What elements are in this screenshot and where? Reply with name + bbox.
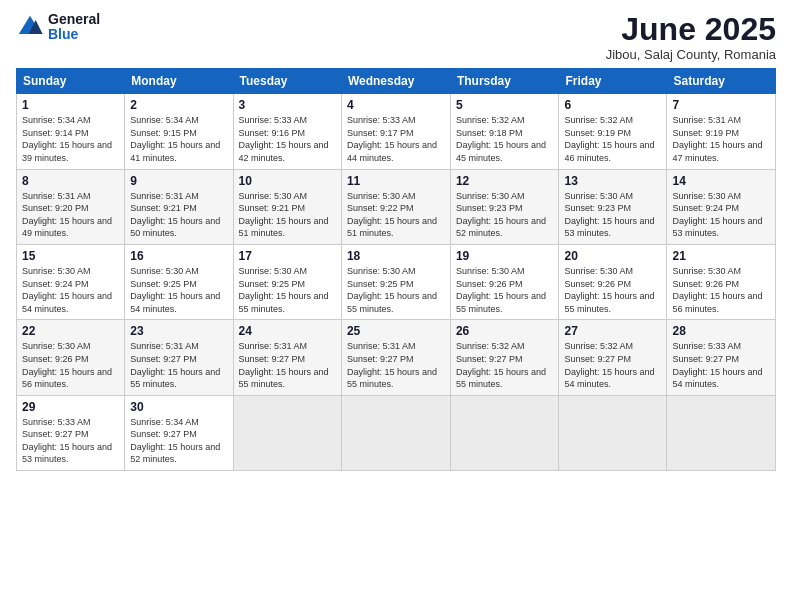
day-number: 16 (130, 249, 227, 263)
header-saturday: Saturday (667, 69, 776, 94)
title-area: June 2025 Jibou, Salaj County, Romania (606, 12, 776, 62)
logo-icon (16, 13, 44, 41)
empty-cell (559, 395, 667, 470)
day-info: Sunrise: 5:32 AMSunset: 9:27 PMDaylight:… (564, 340, 661, 390)
table-cell: 23 Sunrise: 5:31 AMSunset: 9:27 PMDaylig… (125, 320, 233, 395)
day-number: 26 (456, 324, 554, 338)
day-info: Sunrise: 5:31 AMSunset: 9:27 PMDaylight:… (130, 340, 227, 390)
header-friday: Friday (559, 69, 667, 94)
day-info: Sunrise: 5:34 AMSunset: 9:15 PMDaylight:… (130, 114, 227, 164)
table-cell: 14 Sunrise: 5:30 AMSunset: 9:24 PMDaylig… (667, 169, 776, 244)
table-cell: 28 Sunrise: 5:33 AMSunset: 9:27 PMDaylig… (667, 320, 776, 395)
day-info: Sunrise: 5:30 AMSunset: 9:26 PMDaylight:… (564, 265, 661, 315)
table-row: 1 Sunrise: 5:34 AMSunset: 9:14 PMDayligh… (17, 94, 776, 169)
day-info: Sunrise: 5:34 AMSunset: 9:27 PMDaylight:… (130, 416, 227, 466)
day-number: 24 (239, 324, 336, 338)
logo-blue: Blue (48, 27, 100, 42)
day-info: Sunrise: 5:31 AMSunset: 9:27 PMDaylight:… (347, 340, 445, 390)
header-tuesday: Tuesday (233, 69, 341, 94)
day-number: 14 (672, 174, 770, 188)
table-cell: 26 Sunrise: 5:32 AMSunset: 9:27 PMDaylig… (450, 320, 559, 395)
table-cell: 11 Sunrise: 5:30 AMSunset: 9:22 PMDaylig… (341, 169, 450, 244)
header-monday: Monday (125, 69, 233, 94)
empty-cell (341, 395, 450, 470)
header-thursday: Thursday (450, 69, 559, 94)
day-info: Sunrise: 5:30 AMSunset: 9:22 PMDaylight:… (347, 190, 445, 240)
day-info: Sunrise: 5:30 AMSunset: 9:24 PMDaylight:… (672, 190, 770, 240)
day-info: Sunrise: 5:30 AMSunset: 9:25 PMDaylight:… (347, 265, 445, 315)
table-cell: 3 Sunrise: 5:33 AMSunset: 9:16 PMDayligh… (233, 94, 341, 169)
day-info: Sunrise: 5:32 AMSunset: 9:19 PMDaylight:… (564, 114, 661, 164)
day-info: Sunrise: 5:30 AMSunset: 9:21 PMDaylight:… (239, 190, 336, 240)
day-number: 13 (564, 174, 661, 188)
day-info: Sunrise: 5:33 AMSunset: 9:16 PMDaylight:… (239, 114, 336, 164)
header-sunday: Sunday (17, 69, 125, 94)
day-info: Sunrise: 5:32 AMSunset: 9:18 PMDaylight:… (456, 114, 554, 164)
table-cell: 16 Sunrise: 5:30 AMSunset: 9:25 PMDaylig… (125, 244, 233, 319)
empty-cell (233, 395, 341, 470)
location-subtitle: Jibou, Salaj County, Romania (606, 47, 776, 62)
day-number: 22 (22, 324, 119, 338)
day-number: 28 (672, 324, 770, 338)
header: General Blue June 2025 Jibou, Salaj Coun… (16, 12, 776, 62)
day-info: Sunrise: 5:32 AMSunset: 9:27 PMDaylight:… (456, 340, 554, 390)
table-row: 15 Sunrise: 5:30 AMSunset: 9:24 PMDaylig… (17, 244, 776, 319)
table-cell: 19 Sunrise: 5:30 AMSunset: 9:26 PMDaylig… (450, 244, 559, 319)
table-cell: 22 Sunrise: 5:30 AMSunset: 9:26 PMDaylig… (17, 320, 125, 395)
table-cell: 20 Sunrise: 5:30 AMSunset: 9:26 PMDaylig… (559, 244, 667, 319)
day-number: 30 (130, 400, 227, 414)
day-info: Sunrise: 5:30 AMSunset: 9:23 PMDaylight:… (564, 190, 661, 240)
table-cell: 24 Sunrise: 5:31 AMSunset: 9:27 PMDaylig… (233, 320, 341, 395)
table-cell: 9 Sunrise: 5:31 AMSunset: 9:21 PMDayligh… (125, 169, 233, 244)
day-number: 11 (347, 174, 445, 188)
day-number: 7 (672, 98, 770, 112)
day-info: Sunrise: 5:33 AMSunset: 9:27 PMDaylight:… (672, 340, 770, 390)
table-cell: 29 Sunrise: 5:33 AMSunset: 9:27 PMDaylig… (17, 395, 125, 470)
table-cell: 1 Sunrise: 5:34 AMSunset: 9:14 PMDayligh… (17, 94, 125, 169)
logo-text: General Blue (48, 12, 100, 43)
table-cell: 21 Sunrise: 5:30 AMSunset: 9:26 PMDaylig… (667, 244, 776, 319)
day-info: Sunrise: 5:33 AMSunset: 9:27 PMDaylight:… (22, 416, 119, 466)
empty-cell (450, 395, 559, 470)
table-cell: 2 Sunrise: 5:34 AMSunset: 9:15 PMDayligh… (125, 94, 233, 169)
day-number: 25 (347, 324, 445, 338)
day-info: Sunrise: 5:30 AMSunset: 9:25 PMDaylight:… (239, 265, 336, 315)
day-number: 21 (672, 249, 770, 263)
page: General Blue June 2025 Jibou, Salaj Coun… (0, 0, 792, 612)
table-cell: 17 Sunrise: 5:30 AMSunset: 9:25 PMDaylig… (233, 244, 341, 319)
table-cell: 8 Sunrise: 5:31 AMSunset: 9:20 PMDayligh… (17, 169, 125, 244)
month-title: June 2025 (606, 12, 776, 47)
day-info: Sunrise: 5:31 AMSunset: 9:19 PMDaylight:… (672, 114, 770, 164)
empty-cell (667, 395, 776, 470)
day-info: Sunrise: 5:30 AMSunset: 9:23 PMDaylight:… (456, 190, 554, 240)
table-cell: 10 Sunrise: 5:30 AMSunset: 9:21 PMDaylig… (233, 169, 341, 244)
day-info: Sunrise: 5:30 AMSunset: 9:24 PMDaylight:… (22, 265, 119, 315)
day-number: 29 (22, 400, 119, 414)
day-number: 10 (239, 174, 336, 188)
table-row: 29 Sunrise: 5:33 AMSunset: 9:27 PMDaylig… (17, 395, 776, 470)
table-cell: 15 Sunrise: 5:30 AMSunset: 9:24 PMDaylig… (17, 244, 125, 319)
day-info: Sunrise: 5:33 AMSunset: 9:17 PMDaylight:… (347, 114, 445, 164)
day-number: 18 (347, 249, 445, 263)
day-number: 1 (22, 98, 119, 112)
table-cell: 30 Sunrise: 5:34 AMSunset: 9:27 PMDaylig… (125, 395, 233, 470)
day-number: 5 (456, 98, 554, 112)
day-number: 9 (130, 174, 227, 188)
day-number: 23 (130, 324, 227, 338)
table-cell: 4 Sunrise: 5:33 AMSunset: 9:17 PMDayligh… (341, 94, 450, 169)
day-info: Sunrise: 5:30 AMSunset: 9:26 PMDaylight:… (456, 265, 554, 315)
day-number: 2 (130, 98, 227, 112)
calendar-header-row: Sunday Monday Tuesday Wednesday Thursday… (17, 69, 776, 94)
day-number: 15 (22, 249, 119, 263)
day-info: Sunrise: 5:34 AMSunset: 9:14 PMDaylight:… (22, 114, 119, 164)
day-number: 12 (456, 174, 554, 188)
day-number: 20 (564, 249, 661, 263)
day-info: Sunrise: 5:31 AMSunset: 9:21 PMDaylight:… (130, 190, 227, 240)
table-cell: 12 Sunrise: 5:30 AMSunset: 9:23 PMDaylig… (450, 169, 559, 244)
table-row: 22 Sunrise: 5:30 AMSunset: 9:26 PMDaylig… (17, 320, 776, 395)
day-number: 6 (564, 98, 661, 112)
day-number: 4 (347, 98, 445, 112)
table-cell: 7 Sunrise: 5:31 AMSunset: 9:19 PMDayligh… (667, 94, 776, 169)
day-number: 19 (456, 249, 554, 263)
day-number: 3 (239, 98, 336, 112)
